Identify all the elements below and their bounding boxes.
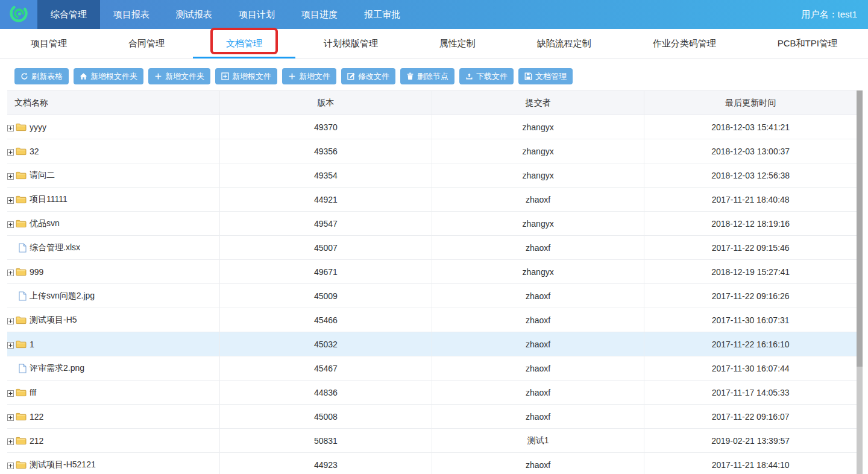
subnav-tab[interactable]: 合同管理	[112, 29, 181, 58]
table-row[interactable]: 上传svn问题2.jpg45009zhaoxf2017-11-22 09:16:…	[7, 284, 857, 308]
toolbar-button-label: 刷新表格	[31, 71, 63, 82]
plus-icon	[154, 72, 162, 80]
version-cell: 45466	[219, 308, 432, 332]
table-scrollbar-track[interactable]	[857, 90, 863, 474]
submitter-cell: zhangyx	[432, 163, 644, 188]
document-name-cell: 上传svn问题2.jpg	[7, 284, 219, 308]
document-name-label[interactable]: 32	[30, 147, 39, 156]
top-nav-items: 综合管理项目报表测试报表项目计划项目进度报工审批	[37, 0, 414, 29]
修改文件-button[interactable]: 修改文件	[341, 68, 395, 84]
top-nav-item[interactable]: 项目计划	[225, 0, 288, 29]
folder-icon	[16, 340, 27, 349]
top-nav-item[interactable]: 项目进度	[288, 0, 351, 29]
document-name-cell: 122	[7, 405, 219, 429]
subnav-tab[interactable]: 项目管理	[14, 29, 84, 58]
toolbar-button-label: 新增根文件	[232, 71, 271, 82]
top-nav-item[interactable]: 项目报表	[100, 0, 163, 29]
document-name-label[interactable]: fff	[30, 388, 36, 397]
table-scrollbar-thumb[interactable]	[857, 90, 863, 367]
subnav-tab[interactable]: 缺陷流程定制	[520, 29, 608, 58]
top-nav-item[interactable]: 报工审批	[351, 0, 414, 29]
document-name-label[interactable]: 优品svn	[30, 218, 60, 229]
下载文件-button[interactable]: 下载文件	[459, 68, 514, 84]
subnav-tab[interactable]: 文档管理	[209, 29, 279, 58]
新增文件-button[interactable]: 新增文件	[282, 68, 336, 84]
table-row[interactable]: 项目1111144921zhaoxf2017-11-21 18:40:48	[7, 188, 857, 212]
table-row[interactable]: 12245008zhaoxf2017-11-22 09:16:07	[7, 405, 857, 429]
document-name-label[interactable]: 212	[30, 436, 43, 446]
subnav-tabbar: 项目管理合同管理文档管理计划模版管理属性定制缺陷流程定制作业分类码管理PCB和T…	[0, 29, 868, 58]
expander-plus-icon[interactable]	[7, 389, 14, 396]
table-row[interactable]: 测试项目-H545466zhaoxf2017-11-30 16:07:31	[7, 308, 857, 332]
expander-plus-icon[interactable]	[7, 413, 14, 420]
document-name-label[interactable]: 评审需求2.png	[30, 363, 84, 374]
expander-plus-icon[interactable]	[7, 268, 14, 275]
expander-plus-icon[interactable]	[7, 124, 14, 130]
column-header: 文档名称	[7, 91, 219, 115]
submitter-cell: zhaoxf	[432, 188, 644, 212]
subnav-tab[interactable]: 计划模版管理	[307, 29, 395, 58]
version-cell: 44836	[219, 381, 432, 405]
toolbar-button-label: 新增文件	[299, 71, 330, 82]
subnav-tab[interactable]: PCB和TPI管理	[761, 29, 854, 58]
refresh-icon	[20, 72, 28, 80]
updated-time-cell: 2017-11-22 09:16:26	[644, 284, 857, 308]
刷新表格-button[interactable]: 刷新表格	[14, 68, 69, 84]
document-name-label[interactable]: 项目11111	[30, 194, 68, 205]
top-navbar: 综合管理项目报表测试报表项目计划项目进度报工审批 用户名：test1	[0, 0, 868, 29]
document-name-label[interactable]: 1	[30, 340, 34, 349]
expander-plus-icon[interactable]	[7, 341, 14, 347]
文档管理-button[interactable]: 文档管理	[518, 68, 573, 84]
app-logo[interactable]	[0, 0, 37, 29]
table-row[interactable]: yyyy49370zhangyx2018-12-03 15:41:21	[7, 115, 857, 139]
新增根文件-button[interactable]: 新增根文件	[215, 68, 277, 84]
table-row[interactable]: 3249356zhangyx2018-12-03 13:00:37	[7, 139, 857, 163]
table-row[interactable]: 145032zhaoxf2017-11-22 16:16:10	[7, 332, 857, 356]
document-name-cell: 评审需求2.png	[7, 356, 219, 381]
table-row[interactable]: 综合管理.xlsx45007zhaoxf2017-11-22 09:15:46	[7, 236, 857, 260]
document-name-label[interactable]: 上传svn问题2.jpg	[30, 291, 95, 302]
folder-icon	[16, 147, 27, 156]
folder-icon	[16, 122, 27, 131]
document-name-cell: 测试项目-H5	[7, 308, 219, 332]
expander-plus-icon[interactable]	[7, 461, 14, 468]
document-name-label[interactable]: 综合管理.xlsx	[30, 242, 80, 253]
updated-time-cell: 2019-02-21 13:39:57	[644, 429, 857, 453]
top-nav-item[interactable]: 测试报表	[163, 0, 225, 29]
subnav-tab[interactable]: 作业分类码管理	[636, 29, 733, 58]
expander-plus-icon[interactable]	[7, 220, 14, 227]
删除节点-button[interactable]: 删除节点	[400, 68, 454, 84]
table-row[interactable]: 21250831测试12019-02-21 13:39:57	[7, 429, 857, 453]
table-row[interactable]: 评审需求2.png45467zhaoxf2017-11-30 16:07:44	[7, 356, 857, 381]
column-header: 最后更新时间	[644, 91, 857, 115]
column-header: 版本	[219, 91, 432, 115]
expander-plus-icon[interactable]	[7, 437, 14, 444]
top-nav-item[interactable]: 综合管理	[37, 0, 100, 29]
expander-plus-icon[interactable]	[7, 148, 14, 154]
document-name-label[interactable]: yyyy	[30, 122, 46, 132]
updated-time-cell: 2017-11-30 16:07:31	[644, 308, 857, 332]
table-row[interactable]: 请问二49354zhangyx2018-12-03 12:56:38	[7, 163, 857, 188]
download-icon	[465, 72, 473, 80]
submitter-cell: zhaoxf	[432, 332, 644, 356]
nav-spacer	[414, 0, 801, 29]
document-name-label[interactable]: 请问二	[30, 170, 55, 181]
document-name-label[interactable]: 999	[30, 267, 43, 277]
expander-plus-icon[interactable]	[7, 172, 14, 179]
新增文件夹-button[interactable]: 新增文件夹	[148, 68, 210, 84]
新增根文件夹-button[interactable]: 新增根文件夹	[74, 68, 143, 84]
save-icon	[524, 72, 532, 80]
expander-plus-icon[interactable]	[7, 317, 14, 323]
version-cell: 45032	[219, 332, 432, 356]
table-row[interactable]: fff44836zhaoxf2017-11-17 14:05:33	[7, 381, 857, 405]
version-cell: 45009	[219, 284, 432, 308]
expander-plus-icon[interactable]	[7, 196, 14, 203]
table-row[interactable]: 99949671zhangyx2018-12-19 15:27:41	[7, 260, 857, 284]
document-name-label[interactable]: 122	[30, 412, 43, 422]
subnav-tab[interactable]: 属性定制	[423, 29, 492, 58]
document-name-label[interactable]: 测试项目-H52121	[30, 460, 96, 470]
document-name-label[interactable]: 测试项目-H5	[30, 315, 77, 326]
table-row[interactable]: 测试项目-H5212144923zhaoxf2017-11-21 18:44:1…	[7, 453, 857, 474]
trash-icon	[406, 72, 414, 80]
table-row[interactable]: 优品svn49547zhangyx2018-12-12 18:19:16	[7, 212, 857, 236]
